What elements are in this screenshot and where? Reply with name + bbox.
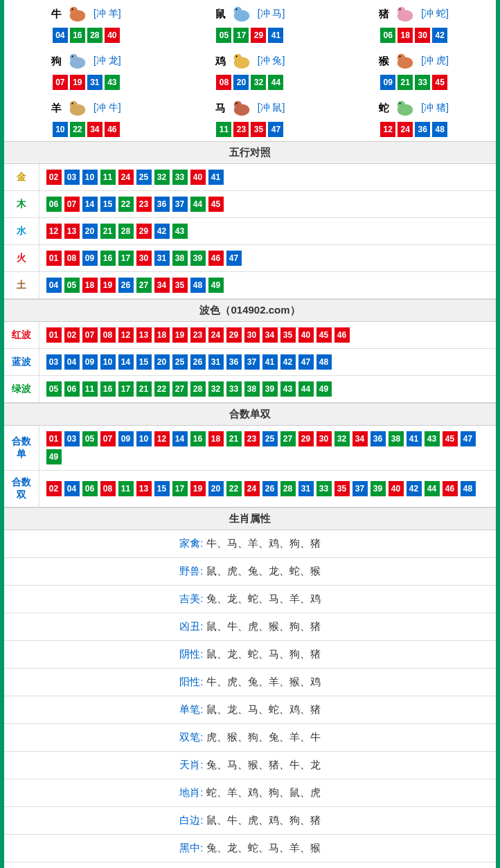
attribute-label: 家禽: — [179, 537, 203, 549]
number-badge: 47 — [461, 431, 476, 446]
number-badge: 32 — [334, 431, 350, 446]
number-badge: 19 — [70, 75, 85, 90]
number-badge: 37 — [352, 481, 368, 496]
table-row: 合数单0103050709101214161821232527293032343… — [4, 426, 496, 471]
number-badge: 12 — [46, 224, 62, 239]
number-badge: 07 — [82, 327, 98, 343]
attribute-value: 虎、猴、狗、兔、羊、牛 — [204, 731, 321, 743]
zodiac-name: 猪 — [379, 8, 389, 21]
table-row: 蓝波03040910141520252631363741424748 — [4, 349, 496, 376]
number-badge: 04 — [46, 278, 62, 293]
zodiac-cell: 猪[冲 蛇]06183042 — [332, 0, 496, 47]
number-badge: 05 — [216, 28, 231, 43]
svg-point-23 — [235, 102, 237, 104]
svg-point-4 — [233, 7, 241, 15]
number-badge: 18 — [208, 431, 224, 446]
zodiac-conflict: [冲 虎] — [421, 55, 449, 67]
number-badge: 27 — [136, 278, 152, 293]
row-numbers: 05061116172122272832333839434449 — [39, 376, 496, 403]
number-badge: 34 — [352, 431, 368, 446]
number-badge: 47 — [298, 354, 314, 370]
number-badge: 24 — [244, 481, 260, 496]
number-badge: 15 — [100, 197, 116, 212]
svg-point-5 — [235, 8, 237, 10]
number-badge: 09 — [82, 354, 98, 370]
number-badge: 29 — [226, 327, 242, 343]
attribute-row: 单笔: 鼠、龙、马、蛇、鸡、猪 — [4, 696, 496, 724]
number-badge: 12 — [118, 327, 134, 343]
table-row: 红波0102070812131819232429303435404546 — [4, 322, 496, 349]
ox-icon — [64, 4, 91, 24]
attribute-row: 天肖: 兔、马、猴、猪、牛、龙 — [4, 752, 496, 779]
number-badge: 07 — [64, 197, 80, 212]
number-badge: 45 — [316, 327, 332, 343]
table-row: 土04051819262734354849 — [4, 272, 496, 299]
number-badge: 16 — [190, 431, 206, 446]
number-badge: 20 — [154, 354, 170, 370]
number-badge: 42 — [154, 224, 170, 239]
attribute-value: 兔、龙、蛇、马、羊、鸡 — [204, 593, 321, 604]
number-badge: 05 — [64, 278, 80, 293]
row-numbers: 0103050709101214161821232527293032343638… — [39, 426, 496, 471]
svg-point-19 — [70, 101, 78, 109]
number-row: 11233547 — [168, 122, 332, 137]
attribute-value: 鼠、龙、马、蛇、鸡、猪 — [204, 703, 321, 715]
attribute-label: 野兽: — [179, 565, 203, 577]
svg-point-11 — [71, 55, 73, 57]
number-badge: 33 — [226, 381, 242, 397]
number-badge: 11 — [82, 381, 98, 397]
number-badge: 05 — [46, 381, 62, 397]
number-badge: 11 — [100, 170, 116, 185]
number-badge: 41 — [268, 28, 283, 43]
number-badge: 13 — [64, 224, 80, 239]
rooster-icon — [229, 51, 255, 71]
number-badge: 03 — [46, 354, 62, 370]
number-badge: 30 — [415, 28, 430, 43]
number-row: 06183042 — [332, 28, 496, 43]
attribute-row: 阳性: 牛、虎、兔、羊、猴、鸡 — [4, 669, 496, 696]
number-badge: 25 — [172, 354, 188, 370]
section-header-heshu: 合数单双 — [4, 403, 496, 426]
zodiac-cell: 猴[冲 虎]09213345 — [332, 47, 496, 94]
row-numbers: 03040910141520252631363741424748 — [39, 349, 496, 376]
number-badge: 05 — [82, 431, 98, 446]
number-badge: 18 — [398, 28, 413, 43]
number-badge: 41 — [407, 431, 422, 446]
zodiac-conflict: [冲 鼠] — [258, 102, 285, 114]
number-badge: 26 — [262, 481, 278, 496]
number-badge: 38 — [172, 251, 188, 266]
zodiac-conflict: [冲 羊] — [93, 8, 121, 20]
number-badge: 03 — [64, 431, 80, 446]
svg-point-20 — [71, 102, 73, 104]
zodiac-cell: 羊[冲 牛]10223446 — [4, 94, 168, 141]
attribute-row: 吉美: 兔、龙、蛇、马、羊、鸡 — [4, 586, 496, 613]
number-badge: 35 — [334, 481, 350, 496]
zodiac-name: 马 — [215, 102, 226, 115]
attribute-label: 双笔: — [179, 731, 203, 743]
number-badge: 49 — [208, 278, 224, 293]
number-badge: 42 — [432, 28, 447, 43]
number-badge: 16 — [100, 251, 116, 266]
attribute-value: 鼠、龙、蛇、马、狗、猪 — [204, 648, 321, 660]
number-badge: 14 — [82, 197, 98, 212]
attribute-row: 地肖: 蛇、羊、鸡、狗、鼠、虎 — [4, 779, 496, 807]
number-badge: 31 — [87, 75, 102, 90]
attribute-label: 白边: — [179, 814, 203, 826]
number-badge: 44 — [268, 75, 283, 90]
number-badge: 20 — [233, 75, 249, 90]
number-badge: 25 — [262, 431, 278, 446]
number-badge: 23 — [244, 431, 260, 446]
number-badge: 38 — [389, 431, 404, 446]
zodiac-cell: 鸡[冲 兔]08203244 — [168, 47, 332, 94]
number-badge: 07 — [53, 75, 68, 90]
number-badge: 40 — [105, 28, 120, 43]
number-badge: 21 — [136, 381, 152, 397]
number-badge: 39 — [262, 381, 278, 397]
number-badge: 19 — [190, 481, 206, 496]
number-badge: 06 — [380, 28, 395, 43]
number-badge: 23 — [233, 122, 249, 137]
bose-table: 红波0102070812131819232429303435404546蓝波03… — [4, 322, 496, 403]
number-row: 08203244 — [168, 75, 332, 90]
number-badge: 38 — [244, 381, 260, 397]
attribute-value: 鼠、牛、虎、猴、狗、猪 — [204, 620, 321, 632]
